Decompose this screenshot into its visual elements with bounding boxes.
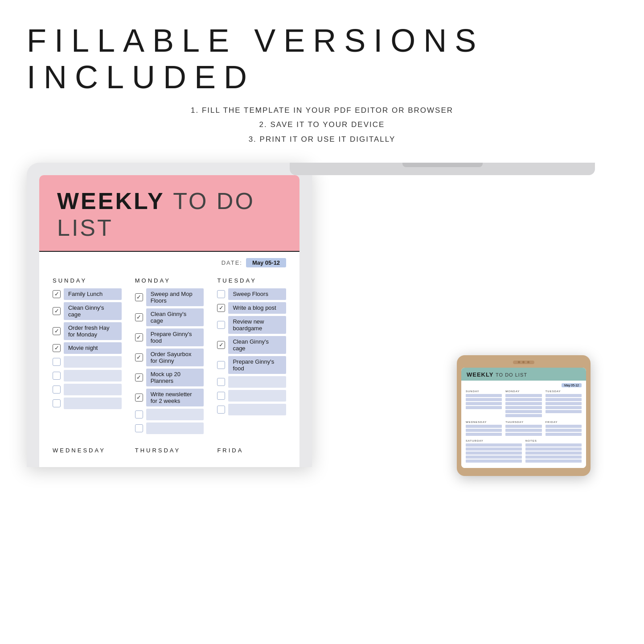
task-checkbox[interactable] — [217, 406, 225, 414]
tablet-fri-col: FRIDAY — [546, 421, 582, 437]
date-row: DATE: May 05-12 — [53, 258, 286, 267]
task-text — [64, 356, 122, 368]
tablet-saturday-notes: SATURDAY NOTES — [466, 439, 582, 464]
task-row: Order fresh Hay for Monday — [53, 322, 122, 340]
tuesday-column: TUESDAY Sweep FloorsWrite a blog postRev… — [217, 275, 286, 436]
thursday-header: THURSDAY — [135, 447, 204, 454]
tablet-days-grid: SUNDAY MONDAY — [466, 390, 582, 418]
task-checkbox[interactable] — [135, 333, 143, 341]
task-row — [217, 376, 286, 388]
task-row: Movie night — [53, 342, 122, 354]
tablet-task — [546, 402, 582, 405]
task-row: Sweep and Mop Floors — [135, 288, 204, 306]
monday-header: MONDAY — [135, 277, 204, 284]
task-checkbox[interactable] — [217, 378, 225, 386]
task-checkbox[interactable] — [53, 399, 61, 407]
tablet-task — [525, 455, 582, 459]
task-checkbox[interactable] — [53, 327, 61, 335]
task-text: Order fresh Hay for Monday — [64, 322, 122, 340]
task-row: Order Sayurbox for Ginny — [135, 349, 204, 366]
tablet-dot-1 — [518, 361, 520, 363]
instruction-2: 2. SAVE IT TO YOUR DEVICE — [191, 118, 453, 132]
task-checkbox[interactable] — [135, 410, 143, 418]
tablet-task — [525, 443, 582, 447]
task-checkbox[interactable] — [53, 344, 61, 352]
bottom-days-grid: WEDNESDAY THURSDAY FRIDA — [53, 445, 286, 458]
task-text — [146, 422, 204, 434]
planner-header: WEEKLY TO DO LIST — [39, 175, 299, 251]
tablet-task — [505, 433, 541, 436]
sunday-column: SUNDAY Family LunchClean Ginny's cageOrd… — [53, 275, 122, 436]
task-row: Family Lunch — [53, 288, 122, 300]
wednesday-header: WEDNESDAY — [53, 447, 122, 454]
task-checkbox[interactable] — [217, 321, 225, 329]
planner-title-bold: WEEKLY — [57, 188, 165, 214]
laptop-base — [290, 163, 595, 175]
tablet-camera — [513, 361, 534, 364]
task-checkbox[interactable] — [53, 386, 61, 394]
laptop-notch — [402, 163, 483, 167]
tablet-sat-header: SATURDAY — [466, 439, 522, 442]
tablet-task — [505, 425, 541, 428]
tablet-task — [546, 394, 582, 397]
task-checkbox[interactable] — [135, 424, 143, 432]
task-row: Review new boardgame — [217, 316, 286, 334]
tablet-screen: WEEKLY TO DO LIST May 05-12 SUNDAY — [461, 368, 586, 468]
task-checkbox[interactable] — [53, 290, 61, 298]
task-row: Mock up 20 Planners — [135, 369, 204, 386]
task-text: Mock up 20 Planners — [146, 369, 204, 386]
task-checkbox[interactable] — [217, 304, 225, 312]
task-text: Sweep Floors — [228, 288, 286, 300]
task-checkbox[interactable] — [53, 372, 61, 380]
task-row: Prepare Ginny's food — [217, 356, 286, 374]
monday-column: MONDAY Sweep and Mop FloorsClean Ginny's… — [135, 275, 204, 436]
task-text — [146, 409, 204, 420]
thursday-column: THURSDAY — [135, 445, 204, 458]
tablet-monday-col: MONDAY — [505, 390, 541, 418]
task-checkbox[interactable] — [135, 394, 143, 402]
tablet-task — [466, 398, 502, 401]
task-checkbox[interactable] — [53, 358, 61, 366]
tablet-bottom-grid: WEDNESDAY THURSDAY FRIDAY — [466, 421, 582, 437]
planner-body: DATE: May 05-12 SUNDAY Family LunchClean… — [39, 252, 299, 467]
date-value: May 05-12 — [246, 258, 286, 267]
tablet-task — [466, 394, 502, 397]
laptop-mockup: WEEKLY TO DO LIST DATE: May 05-12 SUNDAY — [27, 163, 312, 467]
monday-tasks: Sweep and Mop FloorsClean Ginny's cagePr… — [135, 288, 204, 434]
task-checkbox[interactable] — [217, 290, 225, 298]
task-row: Clean Ginny's cage — [217, 336, 286, 354]
wednesday-column: WEDNESDAY — [53, 445, 122, 458]
tablet-dot-3 — [527, 361, 529, 363]
task-checkbox[interactable] — [53, 307, 61, 315]
tablet-tuesday-col: TUESDAY — [546, 390, 582, 418]
tablet-dot-2 — [522, 361, 525, 363]
task-row: Clean Ginny's cage — [135, 308, 204, 326]
task-checkbox[interactable] — [135, 353, 143, 361]
task-text — [64, 370, 122, 381]
task-text: Clean Ginny's cage — [64, 302, 122, 320]
task-checkbox[interactable] — [135, 373, 143, 381]
tablet-sunday-header: SUNDAY — [466, 390, 502, 393]
task-text — [228, 404, 286, 415]
tablet-planner-header: WEEKLY TO DO LIST — [461, 368, 586, 381]
tablet-notes-col: NOTES — [525, 439, 582, 464]
task-checkbox[interactable] — [217, 392, 225, 400]
tablet-wed-header: WEDNESDAY — [466, 421, 502, 423]
tuesday-tasks: Sweep FloorsWrite a blog postReview new … — [217, 288, 286, 415]
task-checkbox[interactable] — [217, 341, 225, 349]
tablet-date-row: May 05-12 — [466, 383, 582, 387]
tablet-task — [546, 410, 582, 413]
task-row — [53, 370, 122, 381]
tablet-sunday-col: SUNDAY — [466, 390, 502, 418]
task-checkbox[interactable] — [135, 293, 143, 301]
days-grid: SUNDAY Family LunchClean Ginny's cageOrd… — [53, 275, 286, 436]
task-checkbox[interactable] — [135, 313, 143, 321]
task-text: Write a blog post — [228, 302, 286, 314]
planner-title: WEEKLY TO DO LIST — [57, 188, 282, 241]
tablet-thu-col: THURSDAY — [505, 421, 541, 437]
tablet-task — [505, 402, 541, 405]
tablet-task — [466, 459, 522, 463]
task-checkbox[interactable] — [217, 361, 225, 369]
task-text: Write newsletter for 2 weeks — [146, 389, 204, 406]
friday-column: FRIDA — [217, 445, 286, 458]
